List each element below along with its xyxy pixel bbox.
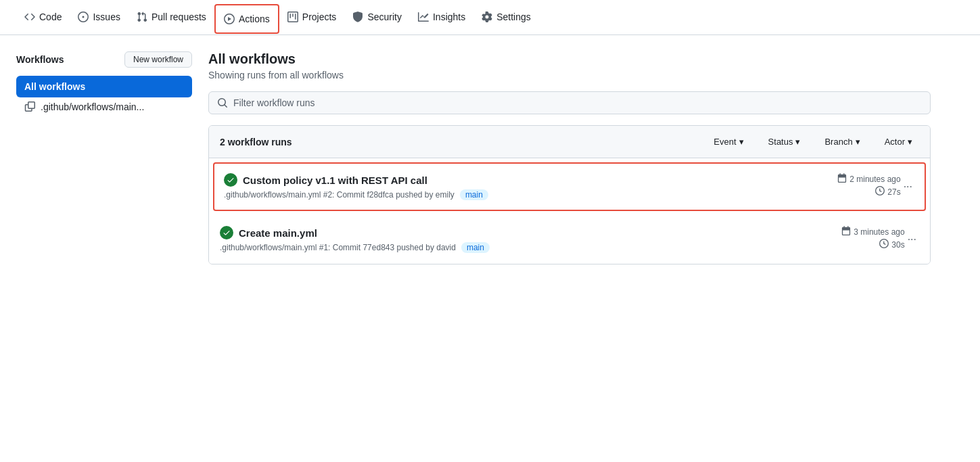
event-filter-label: Event (714, 137, 736, 147)
run-time-ago-1: 2 minutes ago (849, 175, 900, 184)
calendar-icon-1 (837, 173, 847, 185)
new-workflow-button[interactable]: New workflow (124, 51, 192, 68)
pull-request-icon (137, 11, 147, 22)
nav-projects-label: Projects (302, 11, 337, 22)
page-title: All workflows (208, 51, 931, 67)
run-duration-row-2: 30s (879, 239, 904, 250)
calendar-icon-2 (841, 226, 851, 237)
nav-issues-label: Issues (93, 11, 120, 22)
run-more-button-1[interactable]: ··· (901, 181, 915, 193)
sidebar-item-main-workflow[interactable]: .github/workflows/main... (16, 97, 192, 116)
actor-filter-button[interactable]: Actor ▾ (878, 134, 919, 149)
clock-icon-1 (875, 186, 885, 198)
filter-input[interactable] (233, 97, 922, 108)
status-chevron-icon: ▾ (795, 137, 800, 147)
run-row-1-inner: Custom policy v1.1 with REST API call .g… (224, 173, 915, 200)
run-duration-2: 30s (891, 240, 904, 250)
nav-code-label: Code (39, 11, 62, 22)
security-icon (352, 11, 363, 22)
workflow-file-icon (24, 101, 35, 112)
run-status-success-1 (224, 173, 237, 187)
sidebar-header: Workflows New workflow (16, 51, 192, 68)
run-workflow-1: .github/workflows/main.yml #2: Commit f2… (224, 190, 454, 200)
clock-icon-2 (879, 239, 889, 250)
run-title-2[interactable]: Create main.yml (239, 227, 317, 239)
event-chevron-icon: ▾ (739, 137, 744, 147)
nav-settings-label: Settings (496, 11, 531, 22)
nav-insights-label: Insights (433, 11, 465, 22)
run-time-info-1: 2 minutes ago 27s (820, 173, 901, 198)
run-title-1[interactable]: Custom policy v1.1 with REST API call (243, 175, 427, 186)
run-time-ago-2: 3 minutes ago (854, 227, 904, 237)
projects-icon (287, 11, 298, 22)
nav-insights[interactable]: Insights (410, 0, 473, 35)
top-nav: Code Issues Pull requests Actions (0, 0, 980, 35)
settings-icon (482, 11, 492, 22)
run-time-info-2: 3 minutes ago 30s (824, 226, 905, 250)
status-filter-label: Status (768, 137, 793, 147)
run-branch-badge-1[interactable]: main (460, 189, 488, 200)
run-time-row-2: 3 minutes ago (841, 226, 904, 237)
run-duration-1: 27s (887, 187, 900, 197)
sidebar: Workflows New workflow All workflows .gi… (16, 51, 192, 264)
run-row-2-inner: Create main.yml .github/workflows/main.y… (220, 226, 919, 253)
actor-filter-label: Actor (885, 137, 905, 147)
page-container: Workflows New workflow All workflows .gi… (0, 35, 947, 281)
runs-table-header: 2 workflow runs Event ▾ Status ▾ Branch … (209, 126, 930, 158)
runs-count: 2 workflow runs (220, 137, 696, 147)
run-row-2[interactable]: Create main.yml .github/workflows/main.y… (209, 215, 930, 264)
insights-icon (418, 11, 429, 22)
run-meta-1: .github/workflows/main.yml #2: Commit f2… (224, 189, 820, 200)
run-status-success-2 (220, 226, 233, 239)
nav-code[interactable]: Code (16, 0, 70, 35)
run-row-1-content: Custom policy v1.1 with REST API call .g… (224, 173, 820, 200)
nav-settings[interactable]: Settings (473, 0, 539, 35)
nav-projects[interactable]: Projects (279, 0, 345, 35)
run-branch-badge-2[interactable]: main (461, 242, 490, 253)
search-icon (217, 97, 228, 108)
page-subtitle: Showing runs from all workflows (208, 70, 931, 80)
actor-chevron-icon: ▾ (908, 137, 912, 147)
main-content: All workflows Showing runs from all work… (208, 51, 931, 264)
status-filter-button[interactable]: Status ▾ (762, 134, 808, 149)
nav-security[interactable]: Security (344, 0, 410, 35)
branch-chevron-icon: ▾ (856, 137, 860, 147)
code-icon (24, 11, 35, 22)
runs-table: 2 workflow runs Event ▾ Status ▾ Branch … (208, 125, 931, 264)
sidebar-title: Workflows (16, 54, 64, 65)
nav-pull-requests-label: Pull requests (151, 11, 206, 22)
run-row-2-content: Create main.yml .github/workflows/main.y… (220, 226, 824, 253)
run-meta-2: .github/workflows/main.yml #1: Commit 77… (220, 242, 824, 253)
sidebar-all-workflows-label: All workflows (24, 81, 85, 92)
run-more-button-2[interactable]: ··· (905, 233, 919, 246)
run-title-row-2: Create main.yml (220, 226, 824, 239)
event-filter-button[interactable]: Event ▾ (707, 134, 750, 149)
nav-pull-requests[interactable]: Pull requests (129, 0, 214, 35)
run-duration-row-1: 27s (875, 186, 900, 198)
sidebar-workflow-label: .github/workflows/main... (41, 101, 144, 112)
run-row-1[interactable]: Custom policy v1.1 with REST API call .g… (213, 162, 926, 211)
nav-actions-label: Actions (239, 14, 270, 24)
run-time-row-1: 2 minutes ago (837, 173, 900, 185)
actions-icon (224, 14, 235, 24)
issue-icon (78, 11, 89, 22)
nav-issues[interactable]: Issues (70, 0, 128, 35)
sidebar-item-all-workflows[interactable]: All workflows (16, 76, 192, 97)
branch-filter-button[interactable]: Branch ▾ (818, 134, 866, 149)
nav-security-label: Security (367, 11, 402, 22)
nav-actions[interactable]: Actions (214, 4, 279, 34)
branch-filter-label: Branch (824, 137, 852, 147)
run-workflow-2: .github/workflows/main.yml #1: Commit 77… (220, 243, 456, 252)
filter-bar[interactable] (208, 91, 931, 114)
run-title-row-1: Custom policy v1.1 with REST API call (224, 173, 820, 187)
